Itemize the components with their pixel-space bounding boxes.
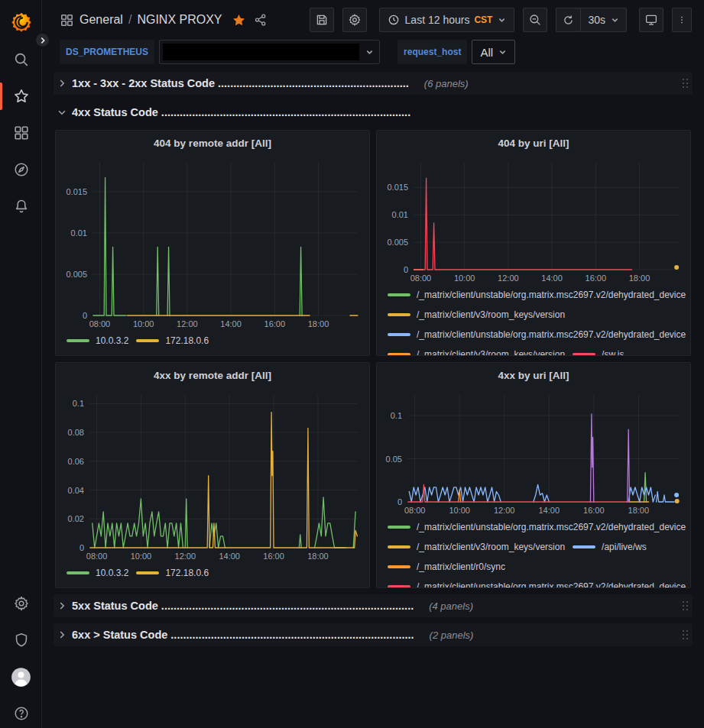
row-panel-count: (6 panels) xyxy=(424,78,469,89)
svg-text:18:00: 18:00 xyxy=(308,319,329,328)
legend-item[interactable]: /_matrix/client/r0/sync xyxy=(388,559,505,574)
legend-color-swatch xyxy=(388,565,410,568)
legend-item[interactable]: /sw.js xyxy=(573,347,624,356)
legend-item[interactable]: 10.0.3.2 xyxy=(67,565,128,581)
request-host-variable-select[interactable]: All xyxy=(472,40,515,64)
server-admin-shield-icon[interactable] xyxy=(0,628,42,652)
panel-title[interactable]: 4xx by uri [All] xyxy=(383,367,684,386)
panel-title[interactable]: 404 by uri [All] xyxy=(383,135,684,154)
sidebar-collapse-button[interactable] xyxy=(34,31,51,49)
legend-item[interactable]: /_matrix/client/unstable/org.matrix.msc2… xyxy=(388,287,686,303)
legend-item[interactable]: /_matrix/client/unstable/org.matrix.msc2… xyxy=(388,327,686,342)
panel-404-by-uri: 404 by uri [All] 08:0010:0012:0014:0016:… xyxy=(376,130,691,356)
row-drag-handle[interactable] xyxy=(683,601,688,610)
svg-text:0: 0 xyxy=(397,497,402,506)
chart-4xx-by-remote-addr[interactable]: 08:0010:0012:0014:0016:0018:0000.020.040… xyxy=(62,386,364,563)
row-header-4xx[interactable]: 4xx Status Code ........................… xyxy=(54,101,693,124)
svg-text:10:00: 10:00 xyxy=(133,319,154,328)
row-header-1xx-3xx-2xx[interactable]: 1xx - 3xx - 2xx Status Code ............… xyxy=(54,72,693,95)
svg-text:16:00: 16:00 xyxy=(264,319,286,328)
svg-text:0.01: 0.01 xyxy=(71,228,87,238)
search-icon[interactable] xyxy=(0,47,42,72)
chart-404-by-uri[interactable]: 08:0010:0012:0014:0016:0018:0000.0050.01… xyxy=(383,154,685,285)
panel-title[interactable]: 404 by remote addr [All] xyxy=(62,135,363,154)
chevron-down-icon xyxy=(498,16,506,24)
chart-404-by-remote-addr[interactable]: 08:0010:0012:0014:0016:0018:0000.0050.01… xyxy=(62,154,364,331)
svg-text:10:00: 10:00 xyxy=(449,506,470,515)
chevron-right-icon xyxy=(57,600,67,611)
legend-item[interactable]: /api/live/ws xyxy=(573,539,647,555)
configuration-gear-icon[interactable] xyxy=(0,591,42,616)
row-drag-handle[interactable] xyxy=(683,79,688,88)
row-title: 5xx Status Code xyxy=(72,600,158,612)
row-header-6xx[interactable]: 6xx > Status Code ......................… xyxy=(54,623,693,646)
svg-text:0.02: 0.02 xyxy=(68,514,84,523)
zoom-out-button[interactable] xyxy=(523,8,547,32)
legend-item[interactable]: /_matrix/client/v3/room_keys/version xyxy=(388,539,565,555)
datasource-variable-select[interactable] xyxy=(159,40,380,64)
help-icon[interactable] xyxy=(0,701,42,726)
legend-color-swatch xyxy=(388,585,410,588)
legend-item[interactable]: /_matrix/client/unstable/org.matrix.msc2… xyxy=(388,579,686,588)
favorite-star-icon[interactable] xyxy=(232,13,246,28)
row-panel-count: (2 panels) xyxy=(430,629,474,641)
row-title: 4xx Status Code xyxy=(72,106,158,118)
svg-text:0: 0 xyxy=(404,265,408,274)
kebab-menu-button[interactable] xyxy=(672,8,692,32)
timezone-label: CST xyxy=(474,15,492,25)
dashboards-icon[interactable] xyxy=(0,121,42,145)
chevron-down-icon xyxy=(57,107,67,118)
chart-legend: /_matrix/client/unstable/org.matrix.msc2… xyxy=(383,517,684,588)
request-host-variable-label[interactable]: request_host xyxy=(397,40,467,64)
panel-4xx-by-uri: 4xx by uri [All] 08:0010:0012:0014:0016:… xyxy=(376,362,691,588)
svg-text:0.015: 0.015 xyxy=(66,187,87,196)
svg-text:18:00: 18:00 xyxy=(307,552,329,561)
chart-4xx-by-uri[interactable]: 08:0010:0012:0014:0016:0018:0000.050.1 xyxy=(383,386,685,517)
refresh-interval-value: 30s xyxy=(588,14,605,26)
dashboard-settings-button[interactable] xyxy=(342,8,367,32)
share-icon[interactable] xyxy=(254,13,268,27)
breadcrumb-title[interactable]: NGINX PROXY xyxy=(137,13,222,27)
svg-text:12:00: 12:00 xyxy=(498,273,519,283)
save-dashboard-button[interactable] xyxy=(310,8,334,32)
legend-item[interactable]: 172.18.0.6 xyxy=(136,333,209,348)
breadcrumb-folder[interactable]: General xyxy=(79,13,123,27)
svg-text:08:00: 08:00 xyxy=(86,552,108,561)
refresh-interval-select[interactable]: 30s xyxy=(580,8,627,32)
svg-text:08:00: 08:00 xyxy=(404,506,426,515)
row-header-5xx[interactable]: 5xx Status Code ........................… xyxy=(54,594,693,617)
legend-color-swatch xyxy=(136,571,159,574)
legend-color-swatch xyxy=(388,353,410,356)
legend-color-swatch xyxy=(573,353,595,356)
explore-icon[interactable] xyxy=(0,157,42,182)
svg-text:12:00: 12:00 xyxy=(494,506,515,515)
svg-text:0.01: 0.01 xyxy=(392,210,408,219)
row-drag-handle[interactable] xyxy=(683,630,688,639)
panel-title[interactable]: 4xx by remote addr [All] xyxy=(62,367,363,386)
svg-text:0.04: 0.04 xyxy=(68,486,84,495)
alerting-icon[interactable] xyxy=(0,194,42,218)
svg-text:16:00: 16:00 xyxy=(586,273,607,283)
legend-item[interactable]: /_matrix/client/v3/room_keys/version xyxy=(388,347,565,356)
grafana-logo-icon[interactable] xyxy=(0,10,42,34)
legend-item[interactable]: 10.0.3.2 xyxy=(67,333,128,348)
legend-color-swatch xyxy=(388,545,410,548)
legend-item[interactable]: /_matrix/client/v3/room_keys/version xyxy=(388,307,565,322)
refresh-button[interactable] xyxy=(556,8,580,32)
user-avatar[interactable] xyxy=(0,665,42,689)
svg-text:14:00: 14:00 xyxy=(541,273,563,283)
legend-color-swatch xyxy=(388,313,410,316)
svg-text:0: 0 xyxy=(79,543,84,552)
starred-dashboards-icon[interactable] xyxy=(0,84,42,108)
row-title-dots: ........................................… xyxy=(161,106,410,118)
svg-text:08:00: 08:00 xyxy=(89,319,111,328)
svg-text:14:00: 14:00 xyxy=(538,506,560,515)
tv-mode-button[interactable] xyxy=(639,8,663,32)
datasource-variable-label[interactable]: DS_PROMETHEUS xyxy=(60,40,154,64)
legend-item[interactable]: /_matrix/client/unstable/org.matrix.msc2… xyxy=(388,519,686,535)
time-range-picker[interactable]: Last 12 hours CST xyxy=(379,8,515,32)
chart-legend: 10.0.3.2172.18.0.6 xyxy=(62,563,363,581)
legend-item[interactable]: 172.18.0.6 xyxy=(136,565,209,581)
request-host-value: All xyxy=(480,46,493,59)
breadcrumb-separator: / xyxy=(128,13,131,27)
